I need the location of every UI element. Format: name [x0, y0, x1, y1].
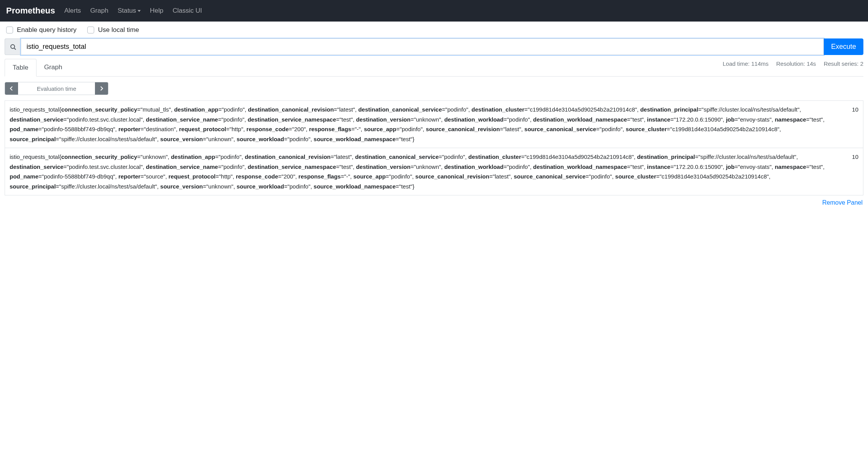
- series-value: 10: [844, 105, 858, 144]
- table-row[interactable]: istio_requests_total{connection_security…: [5, 101, 863, 148]
- navbar: Prometheus Alerts Graph Status Help Clas…: [0, 0, 868, 22]
- metrics-explorer-button[interactable]: [5, 38, 21, 55]
- svg-line-1: [14, 48, 16, 50]
- checkbox-icon[interactable]: [6, 27, 13, 33]
- chevron-left-icon: [10, 86, 13, 91]
- use-local-time-label: Use local time: [98, 26, 139, 34]
- enable-query-history-label: Enable query history: [17, 26, 76, 34]
- search-icon: [10, 44, 16, 50]
- evaluation-time-input[interactable]: [18, 82, 95, 95]
- series-labels: istio_requests_total{connection_security…: [10, 152, 844, 191]
- series-labels: istio_requests_total{connection_security…: [10, 105, 844, 144]
- execute-button[interactable]: Execute: [824, 38, 863, 55]
- svg-point-0: [11, 45, 15, 48]
- eval-prev-button[interactable]: [5, 82, 18, 95]
- eval-next-button[interactable]: [95, 82, 108, 95]
- enable-query-history[interactable]: Enable query history: [6, 26, 76, 34]
- nav-status[interactable]: Status: [118, 7, 141, 15]
- load-time: Load time: 114ms: [723, 60, 768, 67]
- evaluation-row: [0, 77, 868, 100]
- resolution: Resolution: 14s: [776, 60, 816, 67]
- options-row: Enable query history Use local time: [0, 22, 868, 38]
- use-local-time[interactable]: Use local time: [87, 26, 139, 34]
- tab-graph[interactable]: Graph: [37, 59, 70, 76]
- query-stats: Load time: 114ms Resolution: 14s Result …: [723, 60, 863, 67]
- series-value: 10: [844, 152, 858, 191]
- brand[interactable]: Prometheus: [6, 6, 55, 16]
- results-table: istio_requests_total{connection_security…: [5, 100, 863, 195]
- tabs-row: Table Graph Load time: 114ms Resolution:…: [0, 59, 868, 77]
- query-row: Execute: [0, 38, 868, 59]
- remove-panel-link[interactable]: Remove Panel: [822, 199, 863, 206]
- query-input[interactable]: [21, 38, 824, 55]
- result-series: Result series: 2: [824, 60, 863, 67]
- chevron-right-icon: [100, 86, 103, 91]
- checkbox-icon[interactable]: [87, 27, 94, 33]
- nav-classic-ui[interactable]: Classic UI: [173, 7, 202, 15]
- nav-help[interactable]: Help: [150, 7, 163, 15]
- evaluation-time-group: [5, 82, 108, 95]
- nav-graph[interactable]: Graph: [90, 7, 108, 15]
- table-row[interactable]: istio_requests_total{connection_security…: [5, 148, 863, 195]
- nav-alerts[interactable]: Alerts: [64, 7, 81, 15]
- tab-table[interactable]: Table: [5, 59, 37, 77]
- remove-panel-row: Remove Panel: [0, 195, 868, 210]
